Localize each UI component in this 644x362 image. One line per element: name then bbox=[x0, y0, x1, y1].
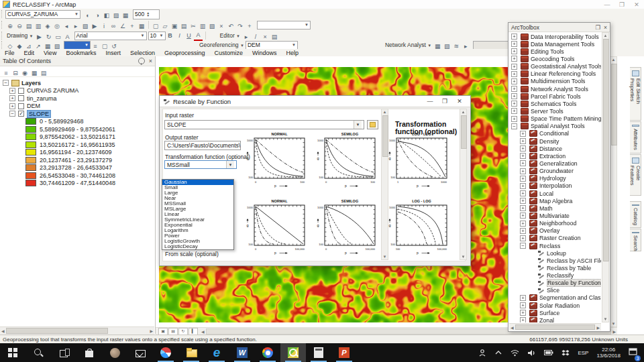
dialog-maximize-button[interactable]: ❐ bbox=[437, 98, 452, 105]
arctoolbox-horizontal-scrollbar[interactable]: ◀ ▶ bbox=[509, 323, 601, 330]
layer-label[interactable]: tin_zaruma bbox=[27, 95, 57, 102]
expand-icon[interactable]: + bbox=[511, 71, 517, 77]
menu-windows[interactable]: Windows bbox=[252, 50, 277, 56]
expand-icon[interactable]: + bbox=[520, 153, 526, 159]
expand-icon[interactable]: + bbox=[511, 101, 517, 107]
layer-checkbox[interactable] bbox=[18, 103, 24, 109]
toolbox-item-reclass-by-table[interactable]: Reclass by Table bbox=[510, 264, 601, 272]
underline-button[interactable]: U bbox=[184, 32, 193, 40]
expand-icon[interactable]: + bbox=[520, 190, 526, 196]
float-window-icon[interactable]: ❐ bbox=[595, 24, 600, 31]
start-taskbar-button[interactable] bbox=[0, 343, 25, 362]
expand-icon[interactable]: + bbox=[9, 95, 15, 101]
map-scale-combo[interactable]: ▼ bbox=[257, 21, 311, 29]
scroll-left-icon[interactable]: ◀ bbox=[1, 328, 5, 333]
dialog-close-button[interactable]: ✕ bbox=[452, 98, 467, 105]
menu-file[interactable]: File bbox=[5, 50, 15, 56]
layer-label[interactable]: DEM bbox=[27, 103, 40, 109]
toolbox-item-reclass-by-ascii-file[interactable]: Reclass by ASCII File bbox=[510, 257, 601, 264]
toolbox-item-schematics-tools[interactable]: +Schematics Tools bbox=[510, 100, 601, 107]
expand-icon[interactable]: + bbox=[520, 228, 526, 234]
layer-label[interactable]: SLOPE bbox=[27, 110, 51, 118]
menu-selection[interactable]: Selection bbox=[130, 50, 155, 56]
menu-insert[interactable]: Insert bbox=[105, 50, 121, 56]
map-vertical-scrollbar[interactable]: ▲ ▼ bbox=[610, 56, 617, 327]
spinner-arrows-icon[interactable]: ▲▼ bbox=[146, 11, 150, 17]
list-by-source-icon[interactable]: ⊟ bbox=[11, 69, 20, 78]
toolbox-item-network-analyst-tools[interactable]: +Network Analyst Tools bbox=[510, 85, 601, 93]
font-size-combo[interactable]: 10▼ bbox=[148, 32, 166, 40]
toolbox-item-surface[interactable]: +Surface bbox=[510, 309, 601, 316]
toolbox-item-data-interoperability-tools[interactable]: +Data Interoperability Tools bbox=[510, 33, 601, 40]
close-icon[interactable]: × bbox=[149, 58, 152, 64]
layer-label[interactable]: CURVAS ZARUMA bbox=[27, 87, 78, 94]
expand-icon[interactable]: + bbox=[520, 138, 526, 144]
toolbox-item-lookup[interactable]: Lookup bbox=[510, 249, 601, 257]
expand-icon[interactable]: + bbox=[511, 56, 517, 62]
output-raster-field[interactable]: C:\Users\Fausto\Documents\ArcGIS bbox=[164, 141, 241, 150]
network-analyst-menu[interactable]: Network Analyst ▼ bbox=[385, 42, 431, 48]
editor-menu[interactable]: Editor ▼ bbox=[220, 32, 241, 39]
list-by-drawing-order-icon[interactable]: ≡ bbox=[2, 69, 11, 78]
toolbox-item-map-algebra[interactable]: +Map Algebra bbox=[510, 197, 601, 204]
toolbox-item-math[interactable]: +Math bbox=[510, 204, 601, 212]
collapse-icon[interactable]: − bbox=[9, 111, 15, 117]
list-by-visibility-icon[interactable]: ◉ bbox=[21, 69, 30, 78]
toolbox-item-groundwater[interactable]: +Groundwater bbox=[510, 168, 601, 175]
toolbar-grip[interactable] bbox=[1, 21, 4, 29]
pinwheel-taskbar-button[interactable] bbox=[153, 343, 178, 362]
toolbox-item-server-tools[interactable]: +Server Tools bbox=[510, 107, 601, 115]
menu-geoprocessing[interactable]: Geoprocessing bbox=[164, 50, 205, 56]
expand-icon[interactable]: + bbox=[520, 317, 526, 322]
layer-slope[interactable]: −✓SLOPE bbox=[3, 110, 155, 118]
pin-icon[interactable] bbox=[138, 58, 145, 64]
dialog-title-bar[interactable]: Rescale by Function — ❐ ✕ bbox=[160, 96, 470, 107]
expand-icon[interactable]: + bbox=[520, 183, 526, 189]
input-raster-combo[interactable]: SLOPE▼ bbox=[164, 120, 364, 129]
toolbox-item-overlay[interactable]: +Overlay bbox=[510, 227, 601, 235]
scale-spinner[interactable]: 500 ▲▼ bbox=[133, 9, 160, 19]
toolbox-item-segmentation-and-classification[interactable]: +Segmentation and Classification bbox=[510, 294, 601, 302]
clock[interactable]: 22:0613/6/2018 bbox=[596, 347, 621, 359]
list-by-selection-icon[interactable]: ▦ bbox=[30, 69, 39, 78]
menu-view[interactable]: View bbox=[44, 50, 56, 56]
toolbox-item-multidimension-tools[interactable]: +Multidimension Tools bbox=[510, 78, 601, 85]
toolbox-item-local[interactable]: +Local bbox=[510, 190, 601, 197]
volume-icon[interactable] bbox=[527, 349, 536, 357]
menu-customize[interactable]: Customize bbox=[215, 50, 244, 56]
mail-taskbar-button[interactable] bbox=[127, 343, 153, 362]
toolbox-item-rescale-by-function[interactable]: Rescale by Function bbox=[510, 280, 601, 287]
dropbox-icon[interactable] bbox=[561, 349, 570, 357]
menu-bookmarks[interactable]: Bookmarks bbox=[66, 50, 96, 56]
expand-icon[interactable]: + bbox=[520, 235, 526, 241]
arctoolbox-vertical-scrollbar[interactable]: ▲ ▼ bbox=[602, 32, 609, 322]
taskview-taskbar-button[interactable] bbox=[51, 343, 76, 362]
layer-of-interest-combo[interactable]: CURVAS_ZARUMA▼ bbox=[5, 10, 80, 19]
toolbox-item-zonal[interactable]: +Zonal bbox=[510, 316, 601, 322]
expand-icon[interactable]: + bbox=[511, 108, 517, 114]
tab-create-features[interactable]: Create Features bbox=[630, 154, 641, 196]
layer-checkbox[interactable]: ✓ bbox=[18, 111, 24, 117]
toolbox-item-linear-referencing-tools[interactable]: +Linear Referencing Tools bbox=[510, 70, 601, 78]
browse-button[interactable] bbox=[367, 120, 378, 129]
collapse-icon[interactable]: − bbox=[511, 123, 517, 129]
georeferencing-layer-combo[interactable]: DEM▼ bbox=[246, 41, 298, 50]
powerpoint-taskbar-button[interactable]: P bbox=[331, 343, 357, 362]
expand-icon[interactable]: + bbox=[511, 86, 517, 92]
toolbox-item-conditional[interactable]: +Conditional bbox=[510, 130, 601, 137]
toolbox-item-spatial-analyst-tools[interactable]: −Spatial Analyst Tools bbox=[510, 123, 601, 130]
keyboard-language[interactable]: ESP bbox=[578, 350, 588, 356]
minimize-button[interactable]: — bbox=[600, 1, 614, 8]
toolbox-item-space-time-pattern-mining-tools[interactable]: +Space Time Pattern Mining Tools bbox=[510, 115, 601, 123]
menu-help[interactable]: Help bbox=[286, 50, 299, 56]
expand-icon[interactable]: + bbox=[511, 34, 517, 40]
layer-curvas-zaruma[interactable]: +CURVAS ZARUMA bbox=[3, 87, 155, 95]
toolbox-item-reclassify[interactable]: Reclassify bbox=[510, 272, 601, 280]
expand-icon[interactable]: + bbox=[520, 221, 526, 227]
expand-icon[interactable]: + bbox=[9, 88, 15, 94]
paint-taskbar-button[interactable] bbox=[102, 343, 127, 362]
toolbox-item-geocoding-tools[interactable]: +Geocoding Tools bbox=[510, 55, 601, 62]
expand-icon[interactable]: + bbox=[520, 131, 526, 137]
expand-icon[interactable]: + bbox=[520, 198, 526, 204]
wifi-icon[interactable] bbox=[511, 349, 519, 357]
